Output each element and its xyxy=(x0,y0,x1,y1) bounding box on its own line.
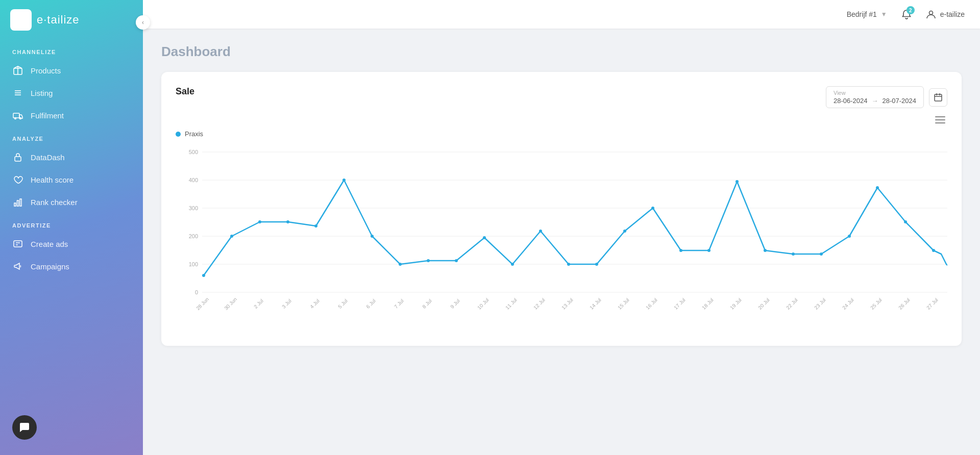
chart-legend: Praxis xyxy=(176,130,947,138)
sidebar: e·tailize ‹ CHANNELIZE Products Listing xyxy=(0,0,143,455)
svg-text:15 Jul: 15 Jul xyxy=(617,297,630,311)
svg-point-54 xyxy=(679,249,682,252)
svg-point-48 xyxy=(511,263,514,266)
svg-point-40 xyxy=(286,220,289,223)
truck-icon xyxy=(12,110,23,121)
svg-point-63 xyxy=(932,249,935,252)
main-content: Bedrijf #1 ▼ 2 e-tailize Dashboard Sale xyxy=(143,0,980,455)
svg-point-41 xyxy=(314,224,317,228)
date-range-box[interactable]: View 28-06-2024 → 28-07-2024 xyxy=(826,86,924,108)
svg-text:8 Jul: 8 Jul xyxy=(421,298,433,310)
svg-text:11 Jul: 11 Jul xyxy=(504,297,518,311)
svg-rect-23 xyxy=(935,119,945,120)
svg-text:26 Jul: 26 Jul xyxy=(897,297,911,311)
svg-point-61 xyxy=(876,186,879,189)
sidebar-item-products[interactable]: Products xyxy=(0,59,143,82)
svg-text:10 Jul: 10 Jul xyxy=(476,297,490,311)
sidebar-item-products-label: Products xyxy=(31,66,61,75)
sidebar-item-rank-checker[interactable]: Rank checker xyxy=(0,191,143,213)
svg-text:17 Jul: 17 Jul xyxy=(673,297,687,311)
sidebar-item-campaigns[interactable]: Campaigns xyxy=(0,255,143,277)
svg-text:22 Jul: 22 Jul xyxy=(785,297,799,311)
logo-area: e·tailize xyxy=(0,0,143,40)
svg-rect-10 xyxy=(15,157,21,161)
svg-text:25 Jul: 25 Jul xyxy=(869,297,883,311)
svg-rect-22 xyxy=(935,116,945,117)
topbar: Bedrijf #1 ▼ 2 e-tailize xyxy=(143,0,980,29)
svg-text:4 Jul: 4 Jul xyxy=(309,298,321,310)
section-channelize-label: CHANNELIZE xyxy=(0,40,143,59)
sidebar-item-rank-checker-label: Rank checker xyxy=(31,198,78,207)
svg-point-44 xyxy=(399,263,402,266)
svg-point-58 xyxy=(792,252,795,256)
svg-point-38 xyxy=(230,235,233,238)
svg-point-62 xyxy=(904,220,907,223)
svg-text:400: 400 xyxy=(189,177,198,183)
sidebar-item-datadash[interactable]: DataDash xyxy=(0,146,143,168)
svg-marker-1 xyxy=(17,16,24,23)
line-chart: 500 400 300 200 100 0 xyxy=(176,142,947,336)
chart-container: 500 400 300 200 100 0 xyxy=(176,142,947,336)
svg-text:3 Jul: 3 Jul xyxy=(281,298,292,310)
svg-rect-13 xyxy=(20,199,21,206)
sidebar-item-fulfilment-label: Fulfilment xyxy=(31,111,64,120)
svg-point-59 xyxy=(820,252,823,256)
svg-rect-11 xyxy=(14,203,16,206)
svg-text:30 Jun: 30 Jun xyxy=(223,296,238,311)
svg-text:13 Jul: 13 Jul xyxy=(560,297,574,311)
view-label: View xyxy=(834,90,916,96)
date-from: 28-06-2024 xyxy=(834,97,868,105)
svg-text:6 Jul: 6 Jul xyxy=(365,298,377,310)
svg-text:9 Jul: 9 Jul xyxy=(449,298,461,310)
svg-text:12 Jul: 12 Jul xyxy=(532,297,546,311)
company-selector[interactable]: Bedrijf #1 ▼ xyxy=(847,10,887,18)
svg-rect-7 xyxy=(13,113,19,118)
dropdown-arrow-icon: ▼ xyxy=(881,11,887,18)
collapse-button[interactable]: ‹ xyxy=(136,15,150,30)
section-advertize-label: ADVERTIZE xyxy=(0,213,143,233)
user-menu[interactable]: e-tailize xyxy=(926,9,965,19)
notification-badge: 2 xyxy=(906,6,915,14)
chart-menu-button[interactable] xyxy=(933,113,947,128)
sidebar-item-campaigns-label: Campaigns xyxy=(31,262,69,271)
ad-icon xyxy=(12,238,23,249)
chevron-left-icon: ‹ xyxy=(142,19,144,26)
user-name: e-tailize xyxy=(940,10,965,18)
list-icon xyxy=(12,87,23,98)
svg-point-37 xyxy=(202,274,205,277)
svg-point-53 xyxy=(651,207,654,210)
svg-point-47 xyxy=(483,236,486,239)
calendar-button[interactable] xyxy=(929,88,947,107)
heart-icon xyxy=(12,174,23,185)
logo-text: e·tailize xyxy=(37,13,80,27)
svg-point-49 xyxy=(539,230,542,233)
notifications-button[interactable]: 2 xyxy=(897,5,916,23)
svg-text:14 Jul: 14 Jul xyxy=(589,297,602,311)
svg-text:100: 100 xyxy=(189,261,198,267)
svg-text:2 Jul: 2 Jul xyxy=(253,298,264,310)
svg-text:0: 0 xyxy=(195,289,198,295)
sidebar-item-create-ads[interactable]: Create ads xyxy=(0,233,143,255)
svg-text:300: 300 xyxy=(189,205,198,211)
svg-point-8 xyxy=(15,118,16,119)
svg-text:18 Jul: 18 Jul xyxy=(701,297,715,311)
box-icon xyxy=(12,65,23,76)
svg-point-43 xyxy=(371,235,374,238)
svg-point-60 xyxy=(848,235,851,238)
svg-rect-14 xyxy=(14,241,22,247)
sidebar-item-health-score[interactable]: Health score xyxy=(0,168,143,191)
sidebar-item-listing[interactable]: Listing xyxy=(0,82,143,104)
sidebar-item-datadash-label: DataDash xyxy=(31,153,65,162)
svg-text:5 Jul: 5 Jul xyxy=(337,298,349,310)
svg-rect-24 xyxy=(935,122,945,123)
chart-title: Sale xyxy=(176,86,194,97)
svg-point-46 xyxy=(455,259,458,262)
svg-text:200: 200 xyxy=(189,233,198,239)
company-name: Bedrijf #1 xyxy=(847,10,877,18)
arrow-right-icon: → xyxy=(872,97,878,105)
bar-chart-icon xyxy=(12,196,23,208)
svg-text:27 Jul: 27 Jul xyxy=(925,297,939,311)
sidebar-item-fulfilment[interactable]: Fulfilment xyxy=(0,104,143,127)
chat-bubble-button[interactable] xyxy=(12,415,37,440)
svg-text:7 Jul: 7 Jul xyxy=(393,298,405,310)
